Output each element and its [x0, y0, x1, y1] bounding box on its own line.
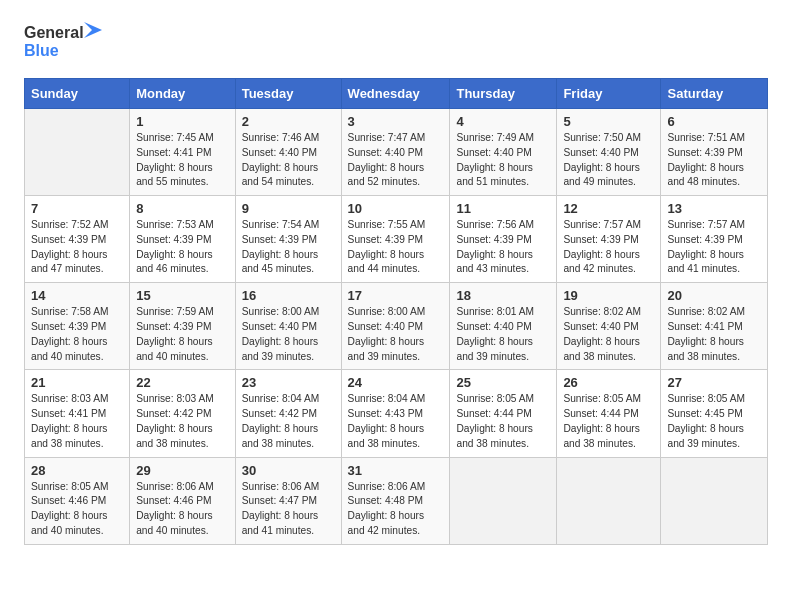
calendar-cell: 11Sunrise: 7:56 AM Sunset: 4:39 PM Dayli…	[450, 196, 557, 283]
day-number: 1	[136, 114, 229, 129]
day-info: Sunrise: 8:06 AM Sunset: 4:46 PM Dayligh…	[136, 480, 229, 539]
page-header: GeneralBlue	[24, 20, 768, 62]
calendar-cell: 2Sunrise: 7:46 AM Sunset: 4:40 PM Daylig…	[235, 109, 341, 196]
header-saturday: Saturday	[661, 79, 768, 109]
calendar-cell	[661, 457, 768, 544]
day-info: Sunrise: 7:55 AM Sunset: 4:39 PM Dayligh…	[348, 218, 444, 277]
calendar-cell	[557, 457, 661, 544]
day-info: Sunrise: 7:53 AM Sunset: 4:39 PM Dayligh…	[136, 218, 229, 277]
day-number: 14	[31, 288, 123, 303]
calendar-header: SundayMondayTuesdayWednesdayThursdayFrid…	[25, 79, 768, 109]
day-number: 7	[31, 201, 123, 216]
calendar-cell: 20Sunrise: 8:02 AM Sunset: 4:41 PM Dayli…	[661, 283, 768, 370]
week-row-3: 14Sunrise: 7:58 AM Sunset: 4:39 PM Dayli…	[25, 283, 768, 370]
calendar-cell	[450, 457, 557, 544]
logo: GeneralBlue	[24, 20, 104, 62]
day-number: 16	[242, 288, 335, 303]
calendar-cell: 25Sunrise: 8:05 AM Sunset: 4:44 PM Dayli…	[450, 370, 557, 457]
calendar-cell: 17Sunrise: 8:00 AM Sunset: 4:40 PM Dayli…	[341, 283, 450, 370]
calendar-cell: 28Sunrise: 8:05 AM Sunset: 4:46 PM Dayli…	[25, 457, 130, 544]
day-number: 22	[136, 375, 229, 390]
day-info: Sunrise: 8:00 AM Sunset: 4:40 PM Dayligh…	[242, 305, 335, 364]
day-number: 2	[242, 114, 335, 129]
day-number: 5	[563, 114, 654, 129]
day-number: 15	[136, 288, 229, 303]
calendar-table: SundayMondayTuesdayWednesdayThursdayFrid…	[24, 78, 768, 545]
day-number: 31	[348, 463, 444, 478]
day-number: 3	[348, 114, 444, 129]
calendar-cell: 12Sunrise: 7:57 AM Sunset: 4:39 PM Dayli…	[557, 196, 661, 283]
day-info: Sunrise: 8:05 AM Sunset: 4:44 PM Dayligh…	[456, 392, 550, 451]
calendar-cell: 23Sunrise: 8:04 AM Sunset: 4:42 PM Dayli…	[235, 370, 341, 457]
day-number: 13	[667, 201, 761, 216]
calendar-cell: 21Sunrise: 8:03 AM Sunset: 4:41 PM Dayli…	[25, 370, 130, 457]
header-thursday: Thursday	[450, 79, 557, 109]
day-info: Sunrise: 7:49 AM Sunset: 4:40 PM Dayligh…	[456, 131, 550, 190]
day-number: 30	[242, 463, 335, 478]
svg-text:General: General	[24, 24, 84, 41]
header-friday: Friday	[557, 79, 661, 109]
calendar-body: 1Sunrise: 7:45 AM Sunset: 4:41 PM Daylig…	[25, 109, 768, 545]
week-row-2: 7Sunrise: 7:52 AM Sunset: 4:39 PM Daylig…	[25, 196, 768, 283]
day-info: Sunrise: 7:51 AM Sunset: 4:39 PM Dayligh…	[667, 131, 761, 190]
day-info: Sunrise: 7:59 AM Sunset: 4:39 PM Dayligh…	[136, 305, 229, 364]
calendar-cell: 13Sunrise: 7:57 AM Sunset: 4:39 PM Dayli…	[661, 196, 768, 283]
day-info: Sunrise: 8:00 AM Sunset: 4:40 PM Dayligh…	[348, 305, 444, 364]
logo-svg: GeneralBlue	[24, 20, 104, 62]
calendar-cell: 18Sunrise: 8:01 AM Sunset: 4:40 PM Dayli…	[450, 283, 557, 370]
day-number: 18	[456, 288, 550, 303]
day-number: 8	[136, 201, 229, 216]
day-number: 29	[136, 463, 229, 478]
header-monday: Monday	[130, 79, 236, 109]
day-number: 26	[563, 375, 654, 390]
day-number: 17	[348, 288, 444, 303]
calendar-cell: 16Sunrise: 8:00 AM Sunset: 4:40 PM Dayli…	[235, 283, 341, 370]
day-info: Sunrise: 8:06 AM Sunset: 4:48 PM Dayligh…	[348, 480, 444, 539]
calendar-cell: 26Sunrise: 8:05 AM Sunset: 4:44 PM Dayli…	[557, 370, 661, 457]
day-info: Sunrise: 7:46 AM Sunset: 4:40 PM Dayligh…	[242, 131, 335, 190]
header-sunday: Sunday	[25, 79, 130, 109]
header-wednesday: Wednesday	[341, 79, 450, 109]
day-info: Sunrise: 7:56 AM Sunset: 4:39 PM Dayligh…	[456, 218, 550, 277]
svg-marker-2	[84, 22, 102, 38]
day-number: 21	[31, 375, 123, 390]
day-number: 4	[456, 114, 550, 129]
day-info: Sunrise: 8:05 AM Sunset: 4:44 PM Dayligh…	[563, 392, 654, 451]
day-number: 11	[456, 201, 550, 216]
day-info: Sunrise: 8:05 AM Sunset: 4:45 PM Dayligh…	[667, 392, 761, 451]
day-info: Sunrise: 8:05 AM Sunset: 4:46 PM Dayligh…	[31, 480, 123, 539]
calendar-cell: 30Sunrise: 8:06 AM Sunset: 4:47 PM Dayli…	[235, 457, 341, 544]
calendar-cell: 3Sunrise: 7:47 AM Sunset: 4:40 PM Daylig…	[341, 109, 450, 196]
day-info: Sunrise: 8:04 AM Sunset: 4:42 PM Dayligh…	[242, 392, 335, 451]
calendar-cell: 4Sunrise: 7:49 AM Sunset: 4:40 PM Daylig…	[450, 109, 557, 196]
day-info: Sunrise: 8:03 AM Sunset: 4:41 PM Dayligh…	[31, 392, 123, 451]
day-info: Sunrise: 8:01 AM Sunset: 4:40 PM Dayligh…	[456, 305, 550, 364]
calendar-cell: 8Sunrise: 7:53 AM Sunset: 4:39 PM Daylig…	[130, 196, 236, 283]
day-number: 20	[667, 288, 761, 303]
day-info: Sunrise: 7:45 AM Sunset: 4:41 PM Dayligh…	[136, 131, 229, 190]
calendar-cell: 15Sunrise: 7:59 AM Sunset: 4:39 PM Dayli…	[130, 283, 236, 370]
day-number: 19	[563, 288, 654, 303]
day-info: Sunrise: 7:54 AM Sunset: 4:39 PM Dayligh…	[242, 218, 335, 277]
day-info: Sunrise: 7:47 AM Sunset: 4:40 PM Dayligh…	[348, 131, 444, 190]
svg-text:Blue: Blue	[24, 42, 59, 59]
calendar-cell: 10Sunrise: 7:55 AM Sunset: 4:39 PM Dayli…	[341, 196, 450, 283]
day-number: 25	[456, 375, 550, 390]
calendar-cell: 5Sunrise: 7:50 AM Sunset: 4:40 PM Daylig…	[557, 109, 661, 196]
calendar-cell: 14Sunrise: 7:58 AM Sunset: 4:39 PM Dayli…	[25, 283, 130, 370]
day-info: Sunrise: 7:52 AM Sunset: 4:39 PM Dayligh…	[31, 218, 123, 277]
day-number: 23	[242, 375, 335, 390]
day-info: Sunrise: 7:57 AM Sunset: 4:39 PM Dayligh…	[667, 218, 761, 277]
calendar-cell: 29Sunrise: 8:06 AM Sunset: 4:46 PM Dayli…	[130, 457, 236, 544]
day-number: 27	[667, 375, 761, 390]
week-row-4: 21Sunrise: 8:03 AM Sunset: 4:41 PM Dayli…	[25, 370, 768, 457]
day-info: Sunrise: 8:02 AM Sunset: 4:40 PM Dayligh…	[563, 305, 654, 364]
calendar-cell: 31Sunrise: 8:06 AM Sunset: 4:48 PM Dayli…	[341, 457, 450, 544]
calendar-cell: 22Sunrise: 8:03 AM Sunset: 4:42 PM Dayli…	[130, 370, 236, 457]
calendar-cell: 6Sunrise: 7:51 AM Sunset: 4:39 PM Daylig…	[661, 109, 768, 196]
calendar-cell: 9Sunrise: 7:54 AM Sunset: 4:39 PM Daylig…	[235, 196, 341, 283]
calendar-cell: 24Sunrise: 8:04 AM Sunset: 4:43 PM Dayli…	[341, 370, 450, 457]
day-info: Sunrise: 7:57 AM Sunset: 4:39 PM Dayligh…	[563, 218, 654, 277]
day-info: Sunrise: 8:04 AM Sunset: 4:43 PM Dayligh…	[348, 392, 444, 451]
week-row-5: 28Sunrise: 8:05 AM Sunset: 4:46 PM Dayli…	[25, 457, 768, 544]
